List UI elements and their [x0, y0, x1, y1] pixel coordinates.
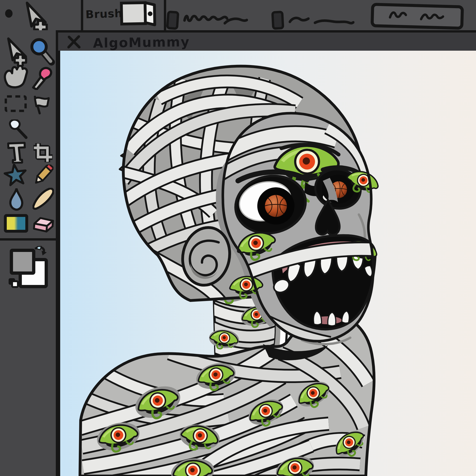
tool-pencil[interactable] — [32, 165, 53, 186]
tab-title: AlgoMummy — [93, 34, 190, 51]
option-scribble-1 — [183, 14, 228, 25]
option-scribble-2 — [224, 17, 248, 27]
palette-divider — [0, 238, 56, 240]
option-scribble-4 — [314, 18, 355, 27]
tool-text[interactable] — [6, 141, 27, 164]
canvas[interactable] — [58, 51, 476, 476]
tool-marquee-select[interactable] — [4, 95, 27, 113]
tool-select-move[interactable] — [3, 37, 30, 66]
brush-preview[interactable] — [119, 1, 158, 27]
tool-water-drop[interactable] — [9, 188, 24, 211]
top-toolbar: Brush — [0, 0, 476, 33]
toolbar-divider — [81, 0, 83, 30]
option-checkbox-1[interactable] — [166, 10, 180, 31]
close-icon[interactable] — [68, 35, 81, 49]
tool-star-shape[interactable] — [2, 164, 28, 187]
tool-flag-lasso[interactable] — [33, 96, 52, 114]
menu-dot-icon[interactable] — [5, 9, 13, 18]
tool-hand[interactable] — [3, 65, 29, 90]
basketball-pupil — [265, 195, 287, 217]
option-checkbox-2[interactable] — [271, 10, 285, 31]
default-colors-icon[interactable] — [12, 281, 18, 287]
tool-palette — [0, 30, 58, 476]
foreground-color-swatch[interactable] — [11, 250, 34, 273]
tab-bar: AlgoMummy — [58, 30, 476, 51]
artwork-mummy — [60, 51, 476, 476]
tool-wand[interactable] — [7, 119, 29, 139]
color-swatches[interactable] — [8, 245, 51, 290]
option-scribble-3 — [289, 15, 310, 26]
brush-label: Brush — [85, 7, 123, 21]
tool-eraser[interactable] — [33, 214, 54, 234]
preset-dropdown[interactable] — [370, 2, 465, 32]
tool-crop[interactable] — [33, 142, 53, 163]
tool-gradient[interactable] — [3, 214, 29, 233]
tool-smudge[interactable] — [33, 188, 54, 210]
tool-zoom[interactable] — [30, 38, 55, 66]
document-tab[interactable]: AlgoMummy — [58, 33, 476, 51]
tool-eyedropper[interactable] — [30, 66, 54, 90]
